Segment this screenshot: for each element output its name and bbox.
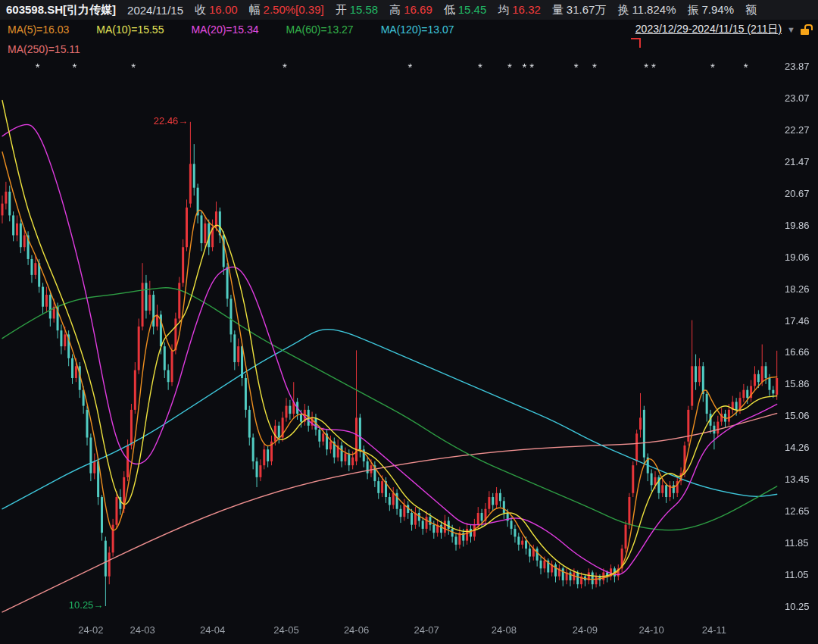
- ma-label-ma120: MA(120)=13.07: [381, 23, 454, 36]
- quote-header-bar: 603598.SH[引力传媒] 2024/11/15 收16.00幅2.50%[…: [0, 0, 818, 20]
- price-annotation: 10.25→: [69, 599, 104, 611]
- x-axis-month-label: 24-04: [196, 624, 229, 636]
- y-axis-tick: 23.07: [785, 92, 816, 104]
- ma-labels-row1: MA(5)=16.03MA(10)=15.55MA(20)=15.34MA(60…: [8, 23, 482, 36]
- quote-fields: 收16.00幅2.50%[0.39]开15.58高16.69低15.45均16.…: [195, 3, 771, 17]
- y-axis-tick: 15.86: [785, 378, 816, 389]
- x-axis-month-label: 24-08: [487, 624, 520, 636]
- date-range-label[interactable]: 2023/12/29-2024/11/15 (211日): [635, 23, 782, 36]
- y-axis-tick: 23.87: [785, 61, 816, 72]
- event-marker-icon[interactable]: *: [651, 61, 656, 73]
- x-axis-month-label: 24-10: [635, 624, 668, 636]
- ma-indicator-bar-2: MA(250)=15.11: [0, 39, 818, 59]
- ma-label-ma10: MA(10)=15.55: [96, 23, 164, 36]
- x-axis-month-label: 24-03: [126, 624, 159, 636]
- ma-label-ma250: MA(250)=15.11: [8, 43, 80, 55]
- event-marker-icon[interactable]: *: [574, 61, 579, 73]
- quote-low: 低15.45: [444, 3, 487, 17]
- event-marker-icon[interactable]: *: [507, 61, 512, 73]
- ma-label-ma5: MA(5)=16.03: [8, 23, 69, 36]
- y-axis-tick: 22.27: [785, 124, 816, 136]
- stock-symbol[interactable]: 603598.SH[引力传媒]: [6, 3, 116, 17]
- ma-indicator-bar: MA(5)=16.03MA(10)=15.55MA(20)=15.34MA(60…: [0, 20, 818, 39]
- quote-high: 高16.69: [389, 3, 432, 17]
- quote-open: 开15.58: [336, 3, 379, 17]
- kline-chart-canvas[interactable]: [0, 59, 818, 644]
- event-marker-icon[interactable]: *: [529, 61, 534, 73]
- red-flag-marker: [631, 38, 641, 48]
- unlock-icon[interactable]: [801, 24, 810, 36]
- quote-amplitude: 振7.94%: [687, 3, 734, 17]
- x-axis-month-label: 24-05: [270, 624, 303, 636]
- price-annotation: 22.46→: [154, 115, 189, 127]
- ma-labels-row2: MA(250)=15.11: [8, 43, 108, 55]
- quote-change: 幅2.50%[0.39]: [249, 3, 324, 17]
- y-axis-tick: 12.65: [785, 505, 816, 517]
- y-axis-tick: 20.67: [785, 188, 816, 199]
- y-axis-tick: 13.45: [785, 474, 816, 485]
- ma-label-ma20: MA(20)=15.34: [191, 23, 258, 36]
- quote-date: 2024/11/15: [127, 4, 183, 17]
- kline-chart-region: 23.8723.0722.2721.4720.6719.8619.0618.26…: [0, 59, 818, 644]
- y-axis-tick: 14.26: [785, 442, 816, 453]
- event-marker-icon[interactable]: *: [72, 61, 76, 73]
- x-axis-month-label: 24-06: [340, 624, 373, 636]
- event-marker-icon[interactable]: *: [478, 61, 482, 73]
- quote-turnover: 换11.824%: [617, 3, 676, 17]
- event-marker-icon[interactable]: *: [644, 61, 648, 73]
- y-axis-tick: 19.86: [785, 220, 816, 231]
- ma-label-ma60: MA(60)=13.27: [286, 23, 354, 36]
- x-axis-month-label: 24-09: [568, 624, 601, 636]
- y-axis-tick: 11.85: [785, 537, 816, 549]
- event-marker-icon[interactable]: *: [710, 61, 715, 73]
- x-axis-month-label: 24-07: [410, 624, 443, 636]
- quote-amount: 额: [745, 3, 760, 17]
- quote-avg: 均16.32: [498, 3, 541, 17]
- y-axis-tick: 17.46: [785, 315, 816, 327]
- y-axis-tick: 21.47: [785, 156, 816, 167]
- stock-chart-app: { "header": { "symbol": "603598.SH[引力传媒]…: [0, 0, 818, 644]
- event-marker-icon[interactable]: *: [131, 61, 136, 73]
- y-axis-tick: 19.06: [785, 252, 816, 263]
- quote-close: 收16.00: [195, 3, 238, 17]
- date-range-box: 2023/12/29-2024/11/15 (211日) ▼: [635, 23, 810, 36]
- y-axis-tick: 18.26: [785, 283, 816, 295]
- chevron-down-icon[interactable]: ▼: [787, 25, 795, 34]
- event-marker-icon[interactable]: *: [36, 61, 40, 73]
- event-marker-icon[interactable]: *: [523, 61, 527, 73]
- y-axis-tick: 10.25: [785, 601, 816, 612]
- y-axis-tick: 15.06: [785, 410, 816, 421]
- y-axis-tick: 11.05: [785, 569, 816, 580]
- event-marker-icon[interactable]: *: [744, 61, 748, 73]
- y-axis-tick: 16.66: [785, 346, 816, 358]
- x-axis-month-label: 24-02: [74, 624, 108, 636]
- event-marker-icon[interactable]: *: [592, 61, 597, 73]
- quote-volume: 量31.67万: [552, 3, 607, 17]
- event-marker-icon[interactable]: *: [283, 61, 287, 73]
- x-axis-month-label: 24-11: [698, 624, 731, 636]
- event-marker-icon[interactable]: *: [408, 61, 413, 73]
